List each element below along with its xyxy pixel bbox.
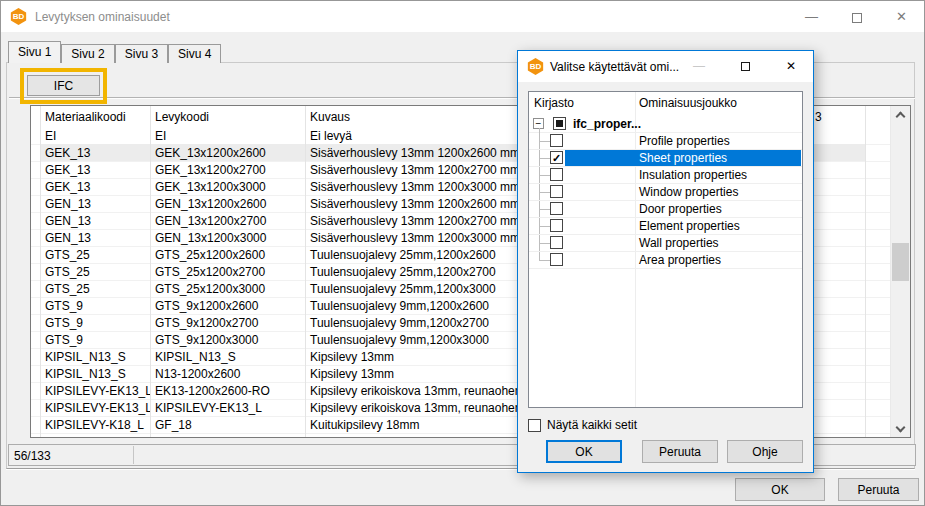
status-divider (133, 446, 134, 464)
show-all-sets-checkbox[interactable] (528, 419, 541, 432)
modal-ok-button[interactable]: OK (546, 440, 622, 463)
modal-title: Valitse käytettävät omi... (550, 60, 679, 74)
table-vertical-scrollbar[interactable] (890, 106, 910, 437)
root-checkbox[interactable] (553, 117, 566, 130)
table-cell: KIPSILEVY-EK13_L (40, 400, 150, 416)
property-set-row[interactable]: Area properties (529, 252, 802, 269)
table-cell: GEN_13x1200x2700 (150, 213, 305, 229)
property-set-row[interactable]: Door properties (529, 201, 802, 218)
checked-checkbox[interactable]: ✓ (550, 151, 563, 164)
minimize-button[interactable]: — (789, 1, 834, 32)
table-cell: GEN_13x1200x3000 (150, 230, 305, 246)
property-set-label: Sheet properties (639, 151, 727, 165)
column-header-partial[interactable]: 3 (810, 106, 865, 128)
tab-sivu-1[interactable]: Sivu 1 (8, 41, 61, 63)
tree-branch-line (539, 192, 550, 193)
property-set-row[interactable]: ✓Sheet properties (529, 150, 802, 167)
table-cell: KIPSIL_N13_S (40, 349, 150, 365)
property-set-row[interactable]: Element properties (529, 218, 802, 235)
column-header-materiaalikoodi[interactable]: Materiaalikoodi (40, 106, 150, 128)
table-cell: GEK_13x1200x2600 (150, 145, 305, 161)
column-header-ominaisuusjoukko: Ominaisuusjoukko (639, 96, 737, 110)
table-cell: GEK_13 (40, 162, 150, 178)
maximize-button[interactable] (834, 1, 879, 32)
table-cell: GEN_13 (40, 213, 150, 229)
property-set-label: Insulation properties (639, 168, 747, 182)
property-set-label: Area properties (639, 253, 721, 267)
modal-minimize-button: — (683, 51, 715, 82)
unchecked-checkbox[interactable] (550, 202, 563, 215)
tree-root-row[interactable]: − ifc_proper... (529, 116, 802, 133)
modal-titlebar: BD Valitse käytettävät omi... — ✕ (518, 51, 813, 82)
table-cell: GTS_25x1200x3000 (150, 281, 305, 297)
table-cell: EI (150, 128, 305, 144)
column-header-kirjasto: Kirjasto (534, 96, 574, 110)
tree-branch-line (539, 158, 550, 159)
modal-maximize-button[interactable] (729, 51, 761, 82)
table-cell: KIPSILEVY-K18_L (40, 417, 150, 433)
window-title: Levytyksen ominaisuudet (35, 10, 170, 24)
property-set-list: Kirjasto Ominaisuusjoukko − ifc_proper..… (528, 91, 803, 408)
close-button[interactable]: ✕ (879, 1, 924, 32)
close-icon: ✕ (896, 9, 907, 24)
table-cell: GTS_9 (40, 332, 150, 348)
tab-sivu-4[interactable]: Sivu 4 (168, 44, 221, 63)
indeterminate-mark-icon (556, 120, 563, 127)
main-titlebar: BD Levytyksen ominaisuudet — ✕ (1, 1, 924, 32)
app-logo-icon: BD (10, 8, 27, 25)
maximize-icon (741, 62, 750, 71)
table-cell: KIPSIL_N13_S (40, 366, 150, 382)
main-ok-button[interactable]: OK (735, 478, 825, 501)
table-cell: GTS_9 (40, 298, 150, 314)
table-cell: KIPSILEVY-EK13_L (150, 400, 305, 416)
tab-sivu-2[interactable]: Sivu 2 (61, 44, 114, 63)
scroll-up-button[interactable] (891, 106, 910, 123)
tab-strip: Sivu 1 Sivu 2 Sivu 3 Sivu 4 (8, 41, 221, 63)
scrollbar-thumb[interactable] (892, 243, 909, 281)
table-cell: GEN_13 (40, 196, 150, 212)
unchecked-checkbox[interactable] (550, 134, 563, 147)
close-icon: ✕ (786, 59, 796, 73)
show-all-sets-label: Näytä kaikki setit (547, 418, 637, 432)
chevron-down-icon (896, 423, 906, 433)
tree-branch-line (539, 141, 550, 142)
property-set-row[interactable]: Insulation properties (529, 167, 802, 184)
tree-root-label: ifc_proper... (573, 117, 641, 131)
table-cell: GEN_13x1200x2600 (150, 196, 305, 212)
property-list-rows: Profile properties✓Sheet propertiesInsul… (529, 133, 802, 269)
column-header-levykoodi[interactable]: Levykoodi (150, 106, 305, 128)
modal-close-button[interactable]: ✕ (775, 51, 807, 82)
unchecked-checkbox[interactable] (550, 219, 563, 232)
modal-help-button[interactable]: Ohje (727, 440, 803, 463)
table-cell: KIPSIL_N13_S (150, 349, 305, 365)
property-set-row[interactable]: Wall properties (529, 235, 802, 252)
table-cell: EK13-1200x2600-RO (150, 383, 305, 399)
table-cell: GTS_25 (40, 247, 150, 263)
property-set-label: Profile properties (639, 134, 730, 148)
table-cell: GTS_25x1200x2600 (150, 247, 305, 263)
tab-sivu-3[interactable]: Sivu 3 (115, 44, 168, 63)
property-set-row[interactable]: Profile properties (529, 133, 802, 150)
property-set-label: Door properties (639, 202, 722, 216)
unchecked-checkbox[interactable] (550, 185, 563, 198)
table-cell: GTS_9 (40, 315, 150, 331)
unchecked-checkbox[interactable] (550, 253, 563, 266)
scroll-down-button[interactable] (891, 420, 910, 437)
ifc-button[interactable]: IFC (27, 75, 100, 96)
tree-branch-line (539, 209, 550, 210)
property-sets-dialog: BD Valitse käytettävät omi... — ✕ Kirjas… (517, 50, 814, 473)
table-cell: GTS_9x1200x3000 (150, 332, 305, 348)
property-set-row[interactable]: Window properties (529, 184, 802, 201)
main-cancel-button[interactable]: Peruuta (838, 478, 919, 501)
modal-app-logo-icon: BD (527, 58, 544, 75)
modal-cancel-button[interactable]: Peruuta (642, 440, 718, 463)
minimize-icon: — (693, 59, 705, 73)
property-set-label: Wall properties (639, 236, 719, 250)
unchecked-checkbox[interactable] (550, 168, 563, 181)
table-cell: GTS_25x1200x2700 (150, 264, 305, 280)
table-cell: GEN_13 (40, 230, 150, 246)
chevron-up-icon (896, 112, 906, 122)
unchecked-checkbox[interactable] (550, 236, 563, 249)
table-cell: GF_18 (150, 417, 305, 433)
table-cell: KIPSILEVY-EK13_L (40, 383, 150, 399)
